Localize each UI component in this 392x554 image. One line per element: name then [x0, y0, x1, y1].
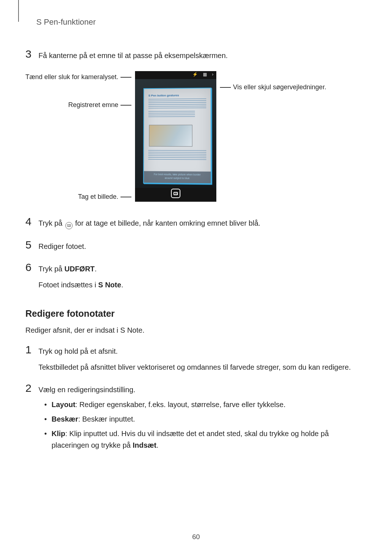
- step-number: 4: [25, 216, 37, 229]
- step-b2: 2 Vælg en redigeringsindstilling. Layout…: [25, 383, 363, 454]
- text: Vælg en redigeringsindstilling.: [38, 384, 363, 395]
- callout-leader: [121, 77, 131, 78]
- text: .: [95, 265, 97, 273]
- intro-paragraph: Rediger afsnit, der er indsat i S Note.: [25, 325, 363, 336]
- callout-leader: [121, 197, 131, 197]
- step-number: 2: [25, 383, 37, 454]
- step-number: 6: [25, 262, 37, 290]
- step-number: 5: [25, 239, 37, 252]
- step-text: Vælg en redigeringsindstilling. Layout: …: [38, 383, 363, 454]
- phone-status-bar: ⚡ ▦ ›: [135, 71, 216, 78]
- grid-icon[interactable]: ▦: [203, 72, 207, 77]
- text: .: [156, 441, 159, 449]
- left-callouts: Tænd eller sluk for kameralyset. Registr…: [25, 71, 135, 202]
- step-number: 1: [25, 344, 37, 373]
- flash-icon[interactable]: ⚡: [192, 72, 198, 77]
- text: : Rediger egenskaber, f.eks. layout, stø…: [75, 401, 286, 409]
- step-number: 3: [25, 49, 37, 61]
- text: Tryk på: [38, 265, 65, 273]
- subheading: Redigere fotonotater: [25, 308, 363, 319]
- text-strong: Layout: [52, 401, 75, 409]
- step-text: Tryk på for at tage et billede, når kant…: [38, 216, 260, 229]
- figure: Tænd eller sluk for kameralyset. Registr…: [25, 71, 363, 202]
- header-rule: [18, 0, 19, 22]
- callout-guides: Vis eller skjul søgervejledninger.: [233, 83, 326, 91]
- step-text: Få kanterne på et emne til at passe på e…: [38, 49, 228, 61]
- text: .: [121, 281, 123, 289]
- text: Tekstbilledet på afsnittet bliver vektor…: [38, 362, 351, 373]
- list-item: Klip: Klip inputtet ud. Hvis du vil inds…: [38, 428, 363, 451]
- callout-capture: Tag et billede.: [78, 193, 118, 201]
- callout-flash: Tænd eller sluk for kameralyset.: [25, 73, 118, 81]
- text-strong: UDFØRT: [65, 265, 95, 273]
- text-strong: Klip: [52, 430, 65, 438]
- doc-paragraph: [148, 150, 206, 161]
- text: Tryk på: [38, 219, 65, 227]
- hint-line1: For best results, take picture when bord…: [144, 173, 211, 177]
- callout-leader: [220, 87, 231, 88]
- text-strong: S Note: [98, 281, 121, 289]
- text: : Klip inputtet ud. Hvis du vil indsætte…: [52, 430, 329, 449]
- step-b1: 1 Tryk og hold på et afsnit. Tekstbilled…: [25, 344, 363, 373]
- step-6: 6 Tryk på UDFØRT. Fotoet indsættes i S N…: [25, 262, 363, 290]
- text: : Beskær inputtet.: [78, 415, 135, 423]
- list-item: Layout: Rediger egenskaber, f.eks. layou…: [38, 399, 363, 410]
- callout-leader: [121, 105, 131, 106]
- text-strong: Indsæt: [132, 441, 156, 449]
- chevron-right-icon[interactable]: ›: [212, 72, 213, 77]
- phone-screenshot: ⚡ ▦ › S Pen button gestures For best res…: [135, 71, 216, 202]
- step-text: Rediger fotoet.: [38, 239, 86, 252]
- step-text: Tryk og hold på et afsnit. Tekstbilledet…: [38, 344, 351, 373]
- bullet-list: Layout: Rediger egenskaber, f.eks. layou…: [38, 399, 363, 451]
- hint-line2: around subject is blue: [144, 176, 211, 180]
- doc-heading: S Pen button gestures: [148, 94, 179, 97]
- step-5: 5 Rediger fotoet.: [25, 239, 363, 252]
- doc-paragraph: [148, 99, 206, 108]
- list-item: Beskær: Beskær inputtet.: [38, 413, 363, 425]
- detected-document-frame: S Pen button gestures For best results, …: [143, 88, 211, 184]
- step-text: Tryk på UDFØRT. Fotoet indsættes i S Not…: [38, 262, 123, 290]
- shutter-button[interactable]: [171, 189, 180, 198]
- callout-subject: Registreret emne: [68, 101, 118, 109]
- camera-icon: [65, 222, 73, 229]
- step-3: 3 Få kanterne på et emne til at passe på…: [25, 49, 363, 61]
- doc-image: [149, 125, 193, 147]
- camera-icon: [173, 192, 178, 195]
- text: Tryk og hold på et afsnit.: [38, 346, 351, 357]
- text-strong: Beskær: [52, 415, 78, 423]
- step-4: 4 Tryk på for at tage et billede, når ka…: [25, 216, 363, 229]
- section-title: S Pen-funktioner: [36, 17, 363, 27]
- doc-paragraph: [148, 111, 195, 117]
- right-callouts: Vis eller skjul søgervejledninger.: [216, 71, 326, 202]
- camera-viewfinder: S Pen button gestures For best results, …: [135, 79, 216, 188]
- text: Fotoet indsættes i: [38, 281, 98, 289]
- text: for at tage et billede, når kanten omkri…: [75, 219, 260, 227]
- camera-hint-banner: For best results, take picture when bord…: [144, 171, 211, 184]
- page-number: 60: [0, 533, 392, 541]
